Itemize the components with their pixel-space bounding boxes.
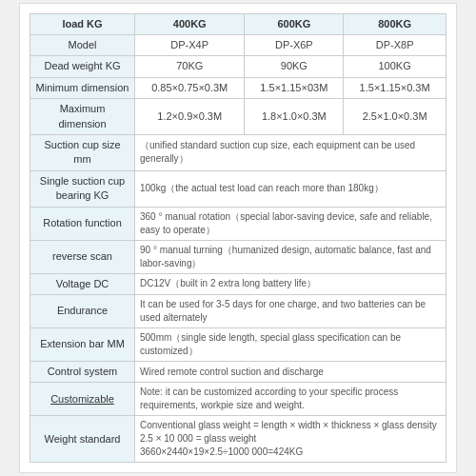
row-col2: 90KG (245, 56, 344, 77)
table-row: Maximum dimension1.2×0.9×0.3M1.8×1.0×0.3… (30, 99, 446, 135)
row-col1: 0.85×0.75×0.3M (135, 77, 245, 98)
row-label: Rotation function (30, 207, 135, 240)
row-label: reverse scan (30, 240, 135, 273)
row-col1: DP-X4P (135, 35, 245, 56)
table-row: Single suction cup bearing KG100kg（the a… (30, 170, 446, 207)
row-value: 90 ° manual turning（humanized design, au… (135, 240, 446, 273)
row-value: （unified standard suction cup size, each… (135, 135, 446, 171)
row-label: Weight standard (30, 416, 135, 463)
spec-table-card: load KG400KG600KG800KGModelDP-X4PDP-X6PD… (19, 3, 457, 474)
table-row: Weight standardConventional glass weight… (30, 416, 446, 463)
row-label: Endurance (30, 294, 135, 327)
row-label: Control system (30, 361, 135, 382)
row-col3: 1.5×1.15×0.3M (344, 77, 446, 98)
table-row: CustomizableNote: it can be customized a… (30, 383, 446, 416)
row-col3: 2.5×1.0×0.3M (344, 99, 446, 135)
row-col1: 70KG (135, 56, 245, 77)
table-row: ModelDP-X4PDP-X6PDP-X8P (30, 35, 446, 56)
table-row: EnduranceIt can be used for 3-5 days for… (30, 294, 446, 327)
table-row: Extension bar MM500mm（single side length… (30, 327, 446, 361)
row-col3: DP-X8P (344, 35, 446, 56)
table-row: Suction cup size mm（unified standard suc… (30, 135, 446, 171)
row-label: Voltage DC (30, 273, 135, 294)
row-col2: 1.5×1.15×03M (245, 77, 344, 98)
spec-table: load KG400KG600KG800KGModelDP-X4PDP-X6PD… (30, 13, 446, 464)
row-value: 360 ° manual rotation（special labor-savi… (135, 207, 446, 240)
row-label: Extension bar MM (30, 327, 135, 361)
row-col2: DP-X6P (245, 35, 344, 56)
row-col2: 1.8×1.0×0.3M (245, 99, 344, 135)
header-label: load KG (30, 13, 135, 34)
header-col3: 800KG (344, 13, 446, 34)
row-label: Model (30, 35, 135, 56)
table-row: Rotation function360 ° manual rotation（s… (30, 207, 446, 240)
row-col3: 100KG (344, 56, 446, 77)
header-col1: 400KG (135, 13, 245, 34)
row-col1: 1.2×0.9×0.3M (135, 99, 245, 135)
table-row: Voltage DCDC12V（built in 2 extra long ba… (30, 273, 446, 294)
table-header-row: load KG400KG600KG800KG (30, 13, 446, 34)
row-label: Maximum dimension (30, 99, 135, 135)
table-row: Dead weight KG70KG90KG100KG (30, 56, 446, 77)
row-value: DC12V（built in 2 extra long battery life… (135, 273, 446, 294)
row-value: 500mm（single side length, special glass … (135, 327, 446, 361)
row-value: It can be used for 3-5 days for one char… (135, 294, 446, 327)
table-row: Minimum dimension0.85×0.75×0.3M1.5×1.15×… (30, 77, 446, 98)
table-row: Control systemWired remote control sucti… (30, 361, 446, 382)
row-label: Customizable (30, 383, 135, 416)
row-value: Wired remote control suction and dischar… (135, 361, 446, 382)
row-value: Note: it can be customized according to … (135, 383, 446, 416)
row-label: Suction cup size mm (30, 135, 135, 171)
row-label: Minimum dimension (30, 77, 135, 98)
row-value: Conventional glass weight = length × wid… (135, 416, 446, 463)
row-value: 100kg（the actual test load can reach mor… (135, 170, 446, 207)
row-label: Dead weight KG (30, 56, 135, 77)
table-row: reverse scan90 ° manual turning（humanize… (30, 240, 446, 273)
row-label: Single suction cup bearing KG (30, 170, 135, 207)
header-col2: 600KG (245, 13, 344, 34)
